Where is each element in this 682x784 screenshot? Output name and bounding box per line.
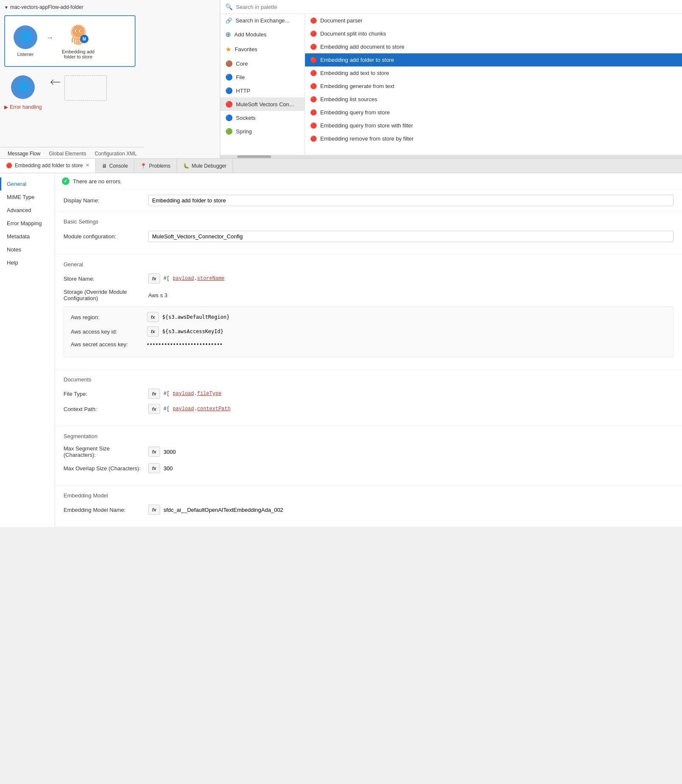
palette-cat-favorites[interactable]: ★ Favorites — [220, 42, 305, 57]
palette-item-8[interactable]: 🔴 Embedding query from store with filter — [305, 119, 682, 132]
documents-section: Documents File Type: fx #[ payload.fileT… — [55, 370, 682, 426]
file-type-fx-btn[interactable]: fx — [148, 389, 160, 399]
tab-message-flow[interactable]: Message Flow — [3, 149, 44, 158]
aws-region-fx-btn[interactable]: fx — [147, 312, 159, 322]
max-segment-label: Max Segment Size (Characters): — [64, 445, 148, 458]
nav-advanced[interactable]: Advanced — [0, 204, 55, 217]
palette-item-5[interactable]: 🔴 Embedding generate from text — [305, 80, 682, 93]
tab-icon-debugger: 🐛 — [183, 163, 189, 169]
palette-categories: 🔗 Search in Exchange... ⊕ Add Modules ★ … — [220, 14, 305, 155]
tab-config-xml[interactable]: Configuration XML — [90, 149, 141, 158]
max-overlap-label: Max Overlap Size (Characters): — [64, 465, 148, 472]
basic-settings-title: Basic Settings — [64, 218, 674, 225]
item-icon-9: 🔴 — [310, 135, 317, 142]
svg-point-5 — [80, 30, 81, 32]
palette-item-7[interactable]: 🔴 Embedding query from store — [305, 106, 682, 119]
embedding-node[interactable]: M Embedding addfolder to store — [62, 23, 94, 59]
error-handling[interactable]: ▶ Error handling — [4, 104, 216, 110]
item-icon-3: 🔴 — [310, 57, 317, 63]
context-path-row: Context Path: fx #[ payload.contextPath — [64, 404, 674, 414]
palette-items-list: 🔴 Document parser 🔴 Document split into … — [305, 14, 682, 155]
model-name-label: Embedding Model Name: — [64, 507, 148, 513]
nav-notes[interactable]: Notes — [0, 243, 55, 256]
max-overlap-row: Max Overlap Size (Characters): fx 300 — [64, 463, 674, 473]
palette-scrollbar[interactable] — [220, 155, 682, 158]
palette-item-0[interactable]: 🔴 Document parser — [305, 14, 682, 27]
max-segment-fx-btn[interactable]: fx — [148, 447, 160, 457]
palette-cat-vectors[interactable]: 🔴 MuleSoft Vectors Con... — [220, 97, 305, 111]
left-nav: General MIME Type Advanced Error Mapping… — [0, 173, 55, 527]
tab-label-0: Embedding add folder to store — [15, 163, 83, 168]
store-name-label: Store Name: — [64, 276, 148, 282]
main-editor: ✓ There are no errors. Display Name: Bas… — [55, 173, 682, 527]
module-config-label: Module configuration: — [64, 233, 148, 240]
module-config-row: Module configuration: — [64, 231, 674, 242]
flow-arrow-icon: ▼ — [4, 5, 8, 10]
palette-item-4[interactable]: 🔴 Embedding add text to store — [305, 66, 682, 80]
search-icon: 🔍 — [225, 3, 233, 10]
aws-secret-row: Aws secret access key: •••••••••••••••••… — [71, 341, 666, 348]
context-path-value: #[ payload.contextPath — [164, 406, 230, 412]
palette-item-9[interactable]: 🔴 Embedding remove from store by filter — [305, 132, 682, 145]
palette-item-3[interactable]: 🔴 Embedding add folder to store — [305, 53, 682, 66]
aws-access-key-label: Aws access key id: — [71, 329, 147, 335]
http-icon: 🔵 — [225, 87, 233, 94]
nav-general[interactable]: General — [0, 177, 55, 190]
store-name-fx-btn[interactable]: fx — [148, 273, 160, 284]
palette-item-1[interactable]: 🔴 Document split into chunks — [305, 27, 682, 40]
display-name-label: Display Name: — [64, 197, 148, 204]
tab-icon-problems: 📍 — [140, 163, 147, 169]
aws-access-key-fx-btn[interactable]: fx — [147, 326, 159, 337]
tab-label-debugger: Mule Debugger — [192, 163, 227, 169]
tab-problems[interactable]: 📍 Problems — [134, 159, 177, 173]
tab-label-console: Console — [109, 163, 128, 169]
nav-metadata[interactable]: Metadata — [0, 230, 55, 243]
item-icon-2: 🔴 — [310, 44, 317, 50]
listener-node[interactable]: 🌐 Listener — [14, 25, 37, 57]
flow-canvas: ▼ mac-vectors-appFlow-add-folder 🌐 Liste… — [0, 0, 220, 158]
module-config-input[interactable] — [148, 231, 674, 242]
tab-global-elements[interactable]: Global Elements — [44, 149, 90, 158]
flow-title: ▼ mac-vectors-appFlow-add-folder — [4, 4, 216, 10]
tab-embedding-add-folder[interactable]: 🔴 Embedding add folder to store ✕ — [0, 159, 96, 173]
bottom-globe-icon: 🌐 — [11, 75, 35, 99]
nav-help[interactable]: Help — [0, 256, 55, 269]
dashed-box — [64, 75, 107, 101]
tab-console[interactable]: 🖥 Console — [96, 159, 134, 173]
display-name-input[interactable] — [148, 195, 674, 206]
max-overlap-fx-btn[interactable]: fx — [148, 463, 160, 473]
palette-cat-core[interactable]: 🟤 Core — [220, 57, 305, 70]
palette-item-2[interactable]: 🔴 Embedding add document to store — [305, 40, 682, 53]
palette-cat-http[interactable]: 🔵 HTTP — [220, 84, 305, 97]
display-name-row: Display Name: — [55, 190, 682, 212]
palette-content: 🔗 Search in Exchange... ⊕ Add Modules ★ … — [220, 14, 682, 155]
store-name-value: #[ payload.storeName — [164, 276, 225, 282]
general-section-title: General — [64, 261, 674, 268]
palette-item-6[interactable]: 🔴 Embedding list sources — [305, 93, 682, 106]
listener-label: Listener — [17, 52, 33, 57]
nav-mime-type[interactable]: MIME Type — [0, 190, 55, 204]
palette-cat-sockets[interactable]: 🔵 Sockets — [220, 111, 305, 124]
embedding-icon: M — [67, 23, 90, 47]
flow-tab-bar: Message Flow Global Elements Configurati… — [0, 147, 144, 158]
palette-cat-exchange[interactable]: 🔗 Search in Exchange... — [220, 14, 305, 27]
flow-name: mac-vectors-appFlow-add-folder — [10, 4, 83, 10]
storage-value: Aws s 3 — [148, 292, 167, 298]
context-path-fx-btn[interactable]: fx — [148, 404, 160, 414]
tab-close-0[interactable]: ✕ — [86, 163, 89, 168]
aws-secret-value: •••••••••••••••••••••••••• — [147, 341, 223, 348]
max-segment-row: Max Segment Size (Characters): fx 3000 — [64, 445, 674, 458]
error-arrow-icon: ▶ — [4, 104, 8, 110]
nav-error-mapping[interactable]: Error Mapping — [0, 217, 55, 230]
palette-cat-add-modules[interactable]: ⊕ Add Modules — [220, 27, 305, 42]
sockets-icon: 🔵 — [225, 114, 233, 121]
palette-cat-file[interactable]: 🔵 File — [220, 70, 305, 84]
storage-header: Storage (Override Module Configuration) … — [64, 289, 674, 301]
model-name-fx-btn[interactable]: fx — [148, 505, 160, 515]
core-icon: 🟤 — [225, 60, 233, 67]
no-errors-bar: ✓ There are no errors. — [55, 173, 682, 190]
file-type-value: #[ payload.fileType — [164, 391, 222, 397]
tab-debugger[interactable]: 🐛 Mule Debugger — [177, 159, 233, 173]
palette-cat-spring[interactable]: 🟢 Spring — [220, 124, 305, 138]
search-input[interactable] — [236, 4, 677, 10]
